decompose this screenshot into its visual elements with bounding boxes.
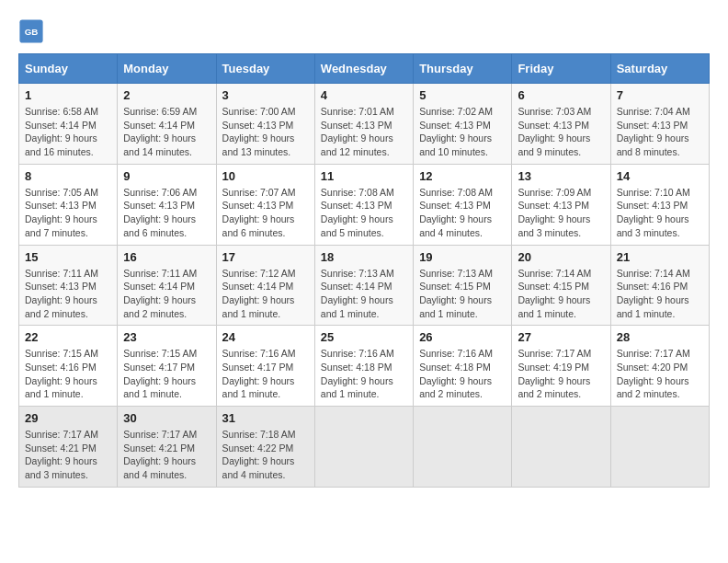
- table-row: 13Sunrise: 7:09 AM Sunset: 4:13 PM Dayli…: [512, 164, 610, 245]
- day-info: Sunrise: 7:18 AM Sunset: 4:22 PM Dayligh…: [222, 428, 309, 482]
- day-info: Sunrise: 7:10 AM Sunset: 4:13 PM Dayligh…: [617, 186, 703, 240]
- day-info: Sunrise: 7:01 AM Sunset: 4:13 PM Dayligh…: [321, 105, 407, 159]
- day-number: 13: [518, 169, 604, 183]
- day-number: 27: [518, 330, 604, 344]
- day-number: 4: [321, 88, 407, 102]
- table-row: 16Sunrise: 7:11 AM Sunset: 4:14 PM Dayli…: [118, 245, 216, 326]
- day-info: Sunrise: 7:03 AM Sunset: 4:13 PM Dayligh…: [518, 105, 604, 159]
- calendar-week-row: 8Sunrise: 7:05 AM Sunset: 4:13 PM Daylig…: [19, 164, 710, 245]
- day-number: 1: [25, 88, 111, 102]
- day-info: Sunrise: 7:11 AM Sunset: 4:13 PM Dayligh…: [25, 267, 111, 321]
- table-row: 28Sunrise: 7:17 AM Sunset: 4:20 PM Dayli…: [610, 326, 709, 407]
- table-row: [314, 407, 413, 488]
- calendar-week-row: 29Sunrise: 7:17 AM Sunset: 4:21 PM Dayli…: [19, 407, 710, 488]
- weekday-header-tuesday: Tuesday: [216, 54, 314, 84]
- day-number: 20: [518, 250, 604, 264]
- day-number: 22: [25, 330, 111, 344]
- day-number: 19: [419, 250, 506, 264]
- day-number: 25: [321, 330, 407, 344]
- table-row: 20Sunrise: 7:14 AM Sunset: 4:15 PM Dayli…: [512, 245, 610, 326]
- table-row: 24Sunrise: 7:16 AM Sunset: 4:17 PM Dayli…: [216, 326, 314, 407]
- calendar-week-row: 22Sunrise: 7:15 AM Sunset: 4:16 PM Dayli…: [19, 326, 710, 407]
- table-row: 5Sunrise: 7:02 AM Sunset: 4:13 PM Daylig…: [414, 84, 512, 165]
- day-info: Sunrise: 6:59 AM Sunset: 4:14 PM Dayligh…: [123, 105, 210, 159]
- day-info: Sunrise: 7:08 AM Sunset: 4:13 PM Dayligh…: [419, 186, 506, 240]
- page-header: GB: [18, 18, 710, 44]
- calendar-week-row: 1Sunrise: 6:58 AM Sunset: 4:14 PM Daylig…: [19, 84, 710, 165]
- day-info: Sunrise: 7:09 AM Sunset: 4:13 PM Dayligh…: [518, 186, 604, 240]
- table-row: [610, 407, 709, 488]
- logo: GB: [18, 18, 48, 44]
- day-info: Sunrise: 7:12 AM Sunset: 4:14 PM Dayligh…: [222, 267, 309, 321]
- table-row: 29Sunrise: 7:17 AM Sunset: 4:21 PM Dayli…: [19, 407, 118, 488]
- day-number: 12: [419, 169, 506, 183]
- day-info: Sunrise: 7:11 AM Sunset: 4:14 PM Dayligh…: [123, 267, 210, 321]
- calendar-body: 1Sunrise: 6:58 AM Sunset: 4:14 PM Daylig…: [19, 84, 710, 488]
- day-number: 14: [617, 169, 703, 183]
- table-row: 4Sunrise: 7:01 AM Sunset: 4:13 PM Daylig…: [314, 84, 413, 165]
- table-row: 14Sunrise: 7:10 AM Sunset: 4:13 PM Dayli…: [610, 164, 709, 245]
- weekday-header-wednesday: Wednesday: [314, 54, 413, 84]
- day-number: 21: [617, 250, 703, 264]
- day-number: 29: [25, 411, 111, 425]
- day-number: 3: [222, 88, 309, 102]
- day-info: Sunrise: 7:13 AM Sunset: 4:14 PM Dayligh…: [321, 267, 407, 321]
- day-info: Sunrise: 7:02 AM Sunset: 4:13 PM Dayligh…: [419, 105, 506, 159]
- weekday-header-friday: Friday: [512, 54, 610, 84]
- table-row: 26Sunrise: 7:16 AM Sunset: 4:18 PM Dayli…: [414, 326, 512, 407]
- day-info: Sunrise: 7:17 AM Sunset: 4:20 PM Dayligh…: [617, 347, 703, 401]
- table-row: 23Sunrise: 7:15 AM Sunset: 4:17 PM Dayli…: [118, 326, 216, 407]
- day-number: 16: [123, 250, 210, 264]
- day-number: 23: [123, 330, 210, 344]
- day-info: Sunrise: 7:16 AM Sunset: 4:18 PM Dayligh…: [321, 347, 407, 401]
- day-info: Sunrise: 7:15 AM Sunset: 4:17 PM Dayligh…: [123, 347, 210, 401]
- weekday-header-row: SundayMondayTuesdayWednesdayThursdayFrid…: [19, 54, 710, 84]
- table-row: 8Sunrise: 7:05 AM Sunset: 4:13 PM Daylig…: [19, 164, 118, 245]
- table-row: 10Sunrise: 7:07 AM Sunset: 4:13 PM Dayli…: [216, 164, 314, 245]
- table-row: 25Sunrise: 7:16 AM Sunset: 4:18 PM Dayli…: [314, 326, 413, 407]
- day-number: 11: [321, 169, 407, 183]
- table-row: [414, 407, 512, 488]
- table-row: 27Sunrise: 7:17 AM Sunset: 4:19 PM Dayli…: [512, 326, 610, 407]
- weekday-header-sunday: Sunday: [19, 54, 118, 84]
- day-number: 28: [617, 330, 703, 344]
- day-info: Sunrise: 7:15 AM Sunset: 4:16 PM Dayligh…: [25, 347, 111, 401]
- calendar-week-row: 15Sunrise: 7:11 AM Sunset: 4:13 PM Dayli…: [19, 245, 710, 326]
- day-number: 15: [25, 250, 111, 264]
- day-info: Sunrise: 7:16 AM Sunset: 4:18 PM Dayligh…: [419, 347, 506, 401]
- day-info: Sunrise: 7:16 AM Sunset: 4:17 PM Dayligh…: [222, 347, 309, 401]
- day-info: Sunrise: 7:07 AM Sunset: 4:13 PM Dayligh…: [222, 186, 309, 240]
- svg-text:GB: GB: [25, 27, 39, 37]
- day-number: 5: [419, 88, 506, 102]
- day-number: 10: [222, 169, 309, 183]
- day-info: Sunrise: 7:17 AM Sunset: 4:19 PM Dayligh…: [518, 347, 604, 401]
- table-row: 7Sunrise: 7:04 AM Sunset: 4:13 PM Daylig…: [610, 84, 709, 165]
- day-number: 31: [222, 411, 309, 425]
- table-row: 30Sunrise: 7:17 AM Sunset: 4:21 PM Dayli…: [118, 407, 216, 488]
- calendar-table: SundayMondayTuesdayWednesdayThursdayFrid…: [18, 53, 710, 488]
- table-row: 11Sunrise: 7:08 AM Sunset: 4:13 PM Dayli…: [314, 164, 413, 245]
- weekday-header-monday: Monday: [118, 54, 216, 84]
- day-number: 18: [321, 250, 407, 264]
- table-row: 22Sunrise: 7:15 AM Sunset: 4:16 PM Dayli…: [19, 326, 118, 407]
- day-info: Sunrise: 6:58 AM Sunset: 4:14 PM Dayligh…: [25, 105, 111, 159]
- table-row: 3Sunrise: 7:00 AM Sunset: 4:13 PM Daylig…: [216, 84, 314, 165]
- day-number: 24: [222, 330, 309, 344]
- logo-icon: GB: [18, 18, 44, 44]
- table-row: 1Sunrise: 6:58 AM Sunset: 4:14 PM Daylig…: [19, 84, 118, 165]
- day-info: Sunrise: 7:14 AM Sunset: 4:16 PM Dayligh…: [617, 267, 703, 321]
- day-info: Sunrise: 7:17 AM Sunset: 4:21 PM Dayligh…: [123, 428, 210, 482]
- day-info: Sunrise: 7:04 AM Sunset: 4:13 PM Dayligh…: [617, 105, 703, 159]
- day-info: Sunrise: 7:06 AM Sunset: 4:13 PM Dayligh…: [123, 186, 210, 240]
- table-row: 12Sunrise: 7:08 AM Sunset: 4:13 PM Dayli…: [414, 164, 512, 245]
- weekday-header-saturday: Saturday: [610, 54, 709, 84]
- table-row: 21Sunrise: 7:14 AM Sunset: 4:16 PM Dayli…: [610, 245, 709, 326]
- table-row: 9Sunrise: 7:06 AM Sunset: 4:13 PM Daylig…: [118, 164, 216, 245]
- table-row: 17Sunrise: 7:12 AM Sunset: 4:14 PM Dayli…: [216, 245, 314, 326]
- calendar-header: SundayMondayTuesdayWednesdayThursdayFrid…: [19, 54, 710, 84]
- day-number: 9: [123, 169, 210, 183]
- day-number: 30: [123, 411, 210, 425]
- day-number: 17: [222, 250, 309, 264]
- day-number: 7: [617, 88, 703, 102]
- day-number: 2: [123, 88, 210, 102]
